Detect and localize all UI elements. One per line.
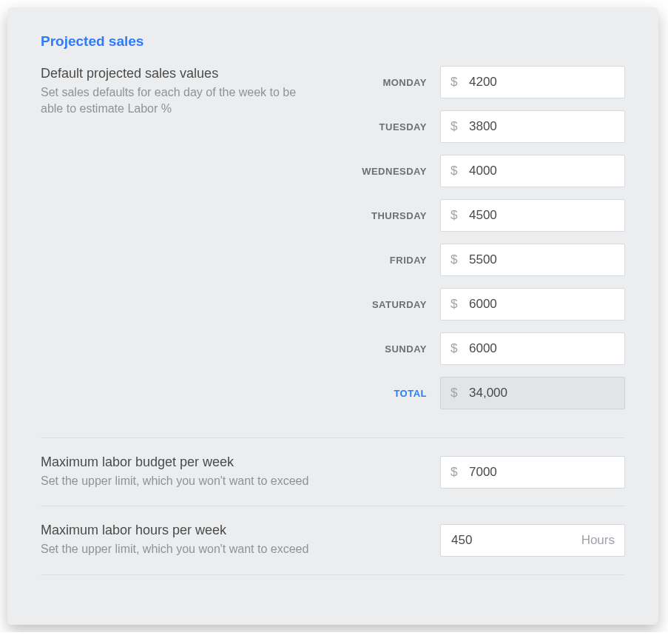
divider bbox=[41, 574, 625, 575]
currency-symbol: $ bbox=[451, 252, 457, 267]
labor-budget-row: Maximum labor budget per week Set the up… bbox=[41, 455, 625, 489]
total-input bbox=[440, 377, 625, 409]
divider bbox=[41, 437, 625, 438]
labor-hours-row: Maximum labor hours per week Set the upp… bbox=[41, 523, 625, 557]
day-row-wednesday: WEDNESDAY $ bbox=[329, 155, 625, 187]
currency-symbol: $ bbox=[451, 119, 457, 134]
currency-symbol: $ bbox=[451, 386, 457, 400]
default-sales-row: Default projected sales values Set sales… bbox=[41, 66, 625, 421]
sunday-input[interactable] bbox=[440, 332, 625, 365]
labor-hours-title: Maximum labor hours per week bbox=[41, 523, 418, 538]
currency-symbol: $ bbox=[451, 297, 457, 312]
hours-suffix: Hours bbox=[581, 533, 615, 548]
currency-symbol: $ bbox=[451, 465, 457, 480]
day-label-saturday: SATURDAY bbox=[329, 299, 440, 310]
day-label-monday: MONDAY bbox=[329, 77, 440, 88]
labor-budget-desc: Set the upper limit, which you won't wan… bbox=[41, 473, 418, 489]
day-label-wednesday: WEDNESDAY bbox=[329, 166, 440, 177]
labor-budget-title: Maximum labor budget per week bbox=[41, 455, 418, 470]
thursday-input[interactable] bbox=[440, 199, 625, 232]
section-title: Projected sales bbox=[41, 33, 625, 50]
day-row-friday: FRIDAY $ bbox=[329, 244, 625, 276]
currency-symbol: $ bbox=[451, 208, 457, 223]
currency-symbol: $ bbox=[451, 341, 457, 356]
currency-symbol: $ bbox=[451, 164, 457, 178]
defaults-desc: Set sales defaults for each day of the w… bbox=[41, 84, 314, 118]
day-row-tuesday: TUESDAY $ bbox=[329, 110, 625, 143]
divider bbox=[41, 506, 625, 506]
day-label-friday: FRIDAY bbox=[329, 255, 440, 266]
day-row-monday: MONDAY $ bbox=[329, 66, 625, 98]
currency-symbol: $ bbox=[451, 75, 457, 90]
day-row-sunday: SUNDAY $ bbox=[329, 332, 625, 365]
wednesday-input[interactable] bbox=[440, 155, 625, 187]
monday-input[interactable] bbox=[440, 66, 625, 98]
day-label-sunday: SUNDAY bbox=[329, 343, 440, 355]
day-row-thursday: THURSDAY $ bbox=[329, 199, 625, 232]
day-row-total: TOTAL $ bbox=[329, 377, 625, 409]
settings-card: Projected sales Default projected sales … bbox=[7, 7, 658, 625]
day-label-total: TOTAL bbox=[329, 388, 440, 399]
day-label-tuesday: TUESDAY bbox=[329, 121, 440, 133]
labor-hours-desc: Set the upper limit, which you won't wan… bbox=[41, 541, 418, 557]
saturday-input[interactable] bbox=[440, 288, 625, 321]
tuesday-input[interactable] bbox=[440, 110, 625, 143]
friday-input[interactable] bbox=[440, 244, 625, 276]
labor-budget-input[interactable] bbox=[440, 456, 625, 489]
day-label-thursday: THURSDAY bbox=[329, 210, 440, 221]
day-row-saturday: SATURDAY $ bbox=[329, 288, 625, 321]
defaults-title: Default projected sales values bbox=[41, 66, 314, 81]
